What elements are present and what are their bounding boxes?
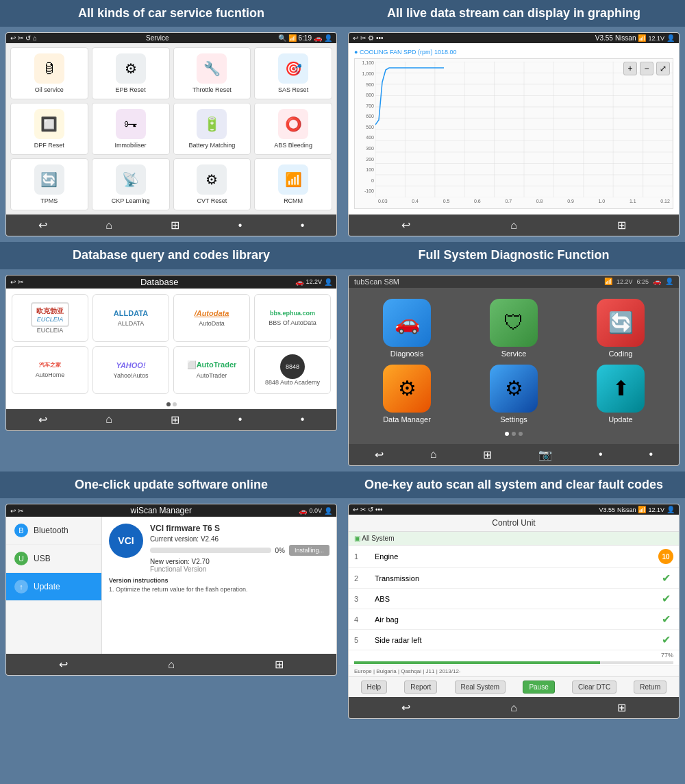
- diag-nav-back[interactable]: ↩: [369, 447, 389, 463]
- chart-status-bar: ↩ ✂ ⚙ ••• V3.55 Nissan 📶 12.1V 👤: [349, 33, 679, 43]
- db-8848[interactable]: 8848 8848 Auto Academy: [254, 346, 331, 394]
- dpf-icon: 🔲: [34, 109, 64, 139]
- nav-back[interactable]: ↩: [33, 217, 53, 233]
- diag-nav-home[interactable]: ⌂: [425, 447, 443, 462]
- real-system-button[interactable]: Real System: [455, 681, 506, 694]
- scan-nav-back[interactable]: ↩: [396, 700, 416, 715]
- chart-nav-back[interactable]: ↩: [396, 217, 416, 233]
- update-sidebar-icon: ↑: [14, 580, 28, 593]
- scan-refresh-icon[interactable]: ↺: [368, 506, 373, 513]
- service-battery[interactable]: 🔋 Battery Matching: [173, 103, 251, 155]
- help-button[interactable]: Help: [361, 681, 388, 694]
- home-icon[interactable]: ⌂: [33, 34, 37, 42]
- diag-service[interactable]: 🛡 Service: [464, 299, 564, 358]
- diag-coding[interactable]: 🔄 Coding: [571, 299, 671, 358]
- scan-progress-bar: [354, 661, 673, 664]
- 8848-logo: 8848: [280, 354, 305, 379]
- service-panel: ↩ ✂ ↺ ⌂ Service 🔍 📶 6:19 🚗 👤: [0, 27, 342, 242]
- eucleia-logo: 欧克勃亚 EUCLEIA: [31, 302, 69, 327]
- service-ckp[interactable]: 📡 CKP Learning: [92, 158, 170, 210]
- service-oil[interactable]: 🛢 Oil service: [10, 47, 88, 99]
- scan-row-1: 1 Engine 10: [349, 546, 679, 568]
- db-autodata[interactable]: /Autodata AutoData: [173, 294, 250, 342]
- scan-title: Control Unit: [349, 515, 679, 532]
- db-nav-apps[interactable]: ⊞: [165, 412, 185, 428]
- chart-dots-icon[interactable]: •••: [376, 34, 384, 42]
- wiscan-nav-apps[interactable]: ⊞: [269, 657, 289, 672]
- scan-back-icon[interactable]: ↩: [353, 506, 358, 513]
- wiscan-bottom-nav: ↩ ⌂ ⊞: [6, 654, 336, 675]
- nav-dot: •: [233, 218, 248, 233]
- db-nav-dot: •: [233, 412, 248, 427]
- scan-nav-apps[interactable]: ⊞: [612, 700, 632, 715]
- diag-nav-camera[interactable]: 📷: [533, 447, 558, 463]
- service-cvt[interactable]: ⚙ CVT Reset: [173, 158, 251, 210]
- wiscan-car-icon: 🚗: [299, 507, 307, 515]
- service-dpf[interactable]: 🔲 DPF Reset: [10, 103, 88, 155]
- db-nav-back[interactable]: ↩: [33, 412, 53, 428]
- report-button[interactable]: Report: [404, 681, 437, 694]
- db-user-icon: 👤: [324, 278, 332, 286]
- diag-diagnosis[interactable]: 🚗 Diagnosis: [357, 299, 457, 358]
- bluetooth-item[interactable]: B Bluetooth: [6, 517, 101, 545]
- data-manager-icon: ⚙: [383, 365, 431, 413]
- chart-bottom-nav: ↩ ⌂ ⊞: [349, 215, 679, 236]
- db-bbs[interactable]: bbs.ephua.com BBS Of AutoData: [254, 294, 331, 342]
- settings-icon: ⚙: [490, 365, 538, 413]
- throttle-icon: 🔧: [197, 53, 227, 84]
- db-eucleia[interactable]: 欧克勃亚 EUCLEIA EUCLEIA: [12, 294, 88, 342]
- bbs-logo: bbs.ephua.com: [270, 310, 315, 317]
- nav-apps[interactable]: ⊞: [165, 217, 185, 233]
- chart-nav-home[interactable]: ⌂: [505, 218, 523, 233]
- nav-home[interactable]: ⌂: [100, 218, 118, 233]
- update-item[interactable]: ↑ Update: [6, 573, 101, 601]
- refresh-icon[interactable]: ↺: [25, 34, 31, 42]
- pause-button[interactable]: Pause: [523, 681, 554, 694]
- installing-button[interactable]: Installing...: [289, 545, 329, 556]
- diag-settings[interactable]: ⚙ Settings: [464, 365, 564, 424]
- time-label: 6:19: [299, 34, 312, 42]
- return-button[interactable]: Return: [634, 681, 667, 694]
- service-sas[interactable]: 🎯 SAS Reset: [254, 47, 332, 99]
- db-autotrader[interactable]: ⬜AutoTrader AutoTrader: [173, 346, 250, 394]
- diag-data-manager[interactable]: ⚙ Data Manager: [357, 365, 457, 424]
- update-progress: 0% Installing...: [150, 545, 329, 556]
- wiscan-back-icon[interactable]: ↩: [10, 507, 16, 515]
- database-grid: 欧克勃亚 EUCLEIA EUCLEIA ALLDATA ALLDATA /Au…: [6, 289, 336, 400]
- diagnostic-screen: tubScan S8M 📶 12.2V 6:25 🚗 👤 🚗 Diagnosis: [348, 275, 680, 466]
- service-abs[interactable]: ⭕ ABS Bleeding: [254, 103, 332, 155]
- db-alldata[interactable]: ALLDATA ALLDATA: [92, 294, 169, 342]
- service-epb[interactable]: ⚙ EPB Reset: [92, 47, 170, 99]
- scan-car: Nissan: [617, 506, 636, 513]
- service-rcmm[interactable]: 📶 RCMM: [254, 158, 332, 210]
- db-autohome[interactable]: 汽车之家 AutoHome: [12, 346, 88, 394]
- wiscan-content: B Bluetooth U USB ↑ Update: [6, 517, 336, 654]
- chart-back-icon[interactable]: ↩: [353, 34, 358, 42]
- search-icon[interactable]: 🔍: [278, 34, 286, 42]
- scan-dots-icon[interactable]: •••: [375, 506, 383, 513]
- back-icon[interactable]: ↩: [10, 34, 16, 42]
- usb-item[interactable]: U USB: [6, 545, 101, 573]
- radar-check: ✔: [662, 634, 671, 646]
- clear-dtc-button[interactable]: Clear DTC: [572, 681, 616, 694]
- scan-nav-home[interactable]: ⌂: [505, 700, 523, 715]
- diag-car-icon: 🚗: [653, 278, 661, 285]
- chart-wifi: 📶: [638, 34, 646, 42]
- db-nav-home[interactable]: ⌂: [100, 412, 118, 427]
- chart-panel: ↩ ✂ ⚙ ••• V3.55 Nissan 📶 12.1V 👤: [342, 27, 685, 242]
- nav-dot2: •: [295, 218, 310, 233]
- diag-update[interactable]: ⬆ Update: [571, 365, 671, 424]
- service-throttle[interactable]: 🔧 Throttle Reset: [173, 47, 251, 99]
- diag-nav-apps[interactable]: ⊞: [477, 447, 497, 463]
- wiscan-sidebar: B Bluetooth U USB ↑ Update: [6, 517, 102, 654]
- wiscan-nav-back[interactable]: ↩: [53, 657, 73, 672]
- wiscan-nav-home[interactable]: ⌂: [162, 657, 180, 672]
- db-back-icon[interactable]: ↩: [10, 278, 16, 286]
- diag-bottom-nav: ↩ ⌂ ⊞ 📷 • •: [349, 444, 679, 465]
- service-immob[interactable]: 🗝 Immobiliser: [92, 103, 170, 155]
- chart-nav-apps[interactable]: ⊞: [612, 217, 632, 233]
- db-yahoo[interactable]: YAHOO! Yahoo!Autos: [92, 346, 169, 394]
- section-2-title-left: Database query and codes library: [0, 242, 342, 269]
- chart-settings-icon[interactable]: ⚙: [368, 34, 374, 42]
- service-tpms[interactable]: 🔄 TPMS: [10, 158, 88, 210]
